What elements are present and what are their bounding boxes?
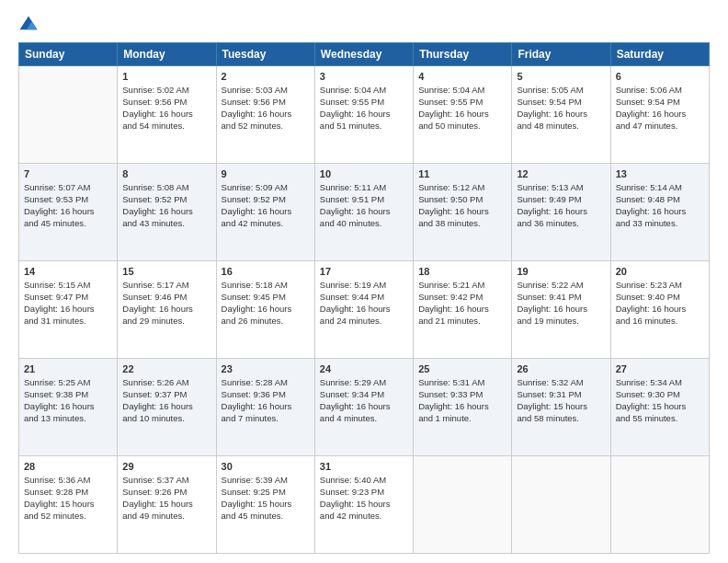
cell-content: 15Sunrise: 5:17 AM Sunset: 9:46 PM Dayli… xyxy=(122,265,210,327)
sun-info: Sunrise: 5:18 AM Sunset: 9:45 PM Dayligh… xyxy=(222,280,310,327)
sun-info: Sunrise: 5:21 AM Sunset: 9:42 PM Dayligh… xyxy=(418,280,506,327)
day-number: 16 xyxy=(222,265,310,279)
sun-info: Sunrise: 5:11 AM Sunset: 9:51 PM Dayligh… xyxy=(320,182,408,229)
sun-info: Sunrise: 5:15 AM Sunset: 9:47 PM Dayligh… xyxy=(24,280,112,327)
sun-info: Sunrise: 5:31 AM Sunset: 9:33 PM Dayligh… xyxy=(418,377,506,424)
calendar-cell: 17Sunrise: 5:19 AM Sunset: 9:44 PM Dayli… xyxy=(314,261,413,359)
day-number: 20 xyxy=(616,265,704,279)
sun-info: Sunrise: 5:14 AM Sunset: 9:48 PM Dayligh… xyxy=(616,182,704,229)
day-number: 27 xyxy=(616,362,704,376)
day-number: 29 xyxy=(122,460,210,474)
sun-info: Sunrise: 5:19 AM Sunset: 9:44 PM Dayligh… xyxy=(320,280,408,327)
calendar-cell: 28Sunrise: 5:36 AM Sunset: 9:28 PM Dayli… xyxy=(19,456,118,554)
logo xyxy=(18,15,42,35)
day-number: 17 xyxy=(320,265,408,279)
calendar-header-row: SundayMondayTuesdayWednesdayThursdayFrid… xyxy=(19,43,710,66)
calendar-cell xyxy=(414,456,512,554)
cell-content: 26Sunrise: 5:32 AM Sunset: 9:31 PM Dayli… xyxy=(517,362,605,425)
calendar-cell: 15Sunrise: 5:17 AM Sunset: 9:46 PM Dayli… xyxy=(118,261,216,359)
cell-content: 18Sunrise: 5:21 AM Sunset: 9:42 PM Dayli… xyxy=(418,265,506,327)
day-number: 23 xyxy=(222,362,310,376)
calendar-cell: 12Sunrise: 5:13 AM Sunset: 9:49 PM Dayli… xyxy=(512,164,610,261)
cell-content: 21Sunrise: 5:25 AM Sunset: 9:38 PM Dayli… xyxy=(24,362,112,425)
calendar-cell: 20Sunrise: 5:23 AM Sunset: 9:40 PM Dayli… xyxy=(610,261,709,359)
sun-info: Sunrise: 5:39 AM Sunset: 9:25 PM Dayligh… xyxy=(222,475,310,522)
weekday-header: Monday xyxy=(118,43,216,66)
weekday-header: Friday xyxy=(512,43,610,66)
page: SundayMondayTuesdayWednesdayThursdayFrid… xyxy=(0,0,728,563)
cell-content: 23Sunrise: 5:28 AM Sunset: 9:36 PM Dayli… xyxy=(222,362,310,425)
calendar-cell: 4Sunrise: 5:04 AM Sunset: 9:55 PM Daylig… xyxy=(414,66,512,164)
calendar-cell: 31Sunrise: 5:40 AM Sunset: 9:23 PM Dayli… xyxy=(314,456,413,554)
day-number: 6 xyxy=(616,70,704,84)
cell-content: 20Sunrise: 5:23 AM Sunset: 9:40 PM Dayli… xyxy=(616,265,704,327)
day-number: 1 xyxy=(122,70,210,84)
sun-info: Sunrise: 5:05 AM Sunset: 9:54 PM Dayligh… xyxy=(517,85,605,132)
day-number: 15 xyxy=(122,265,210,279)
sun-info: Sunrise: 5:25 AM Sunset: 9:38 PM Dayligh… xyxy=(24,377,112,424)
calendar-cell: 2Sunrise: 5:03 AM Sunset: 9:56 PM Daylig… xyxy=(216,66,314,164)
sun-info: Sunrise: 5:06 AM Sunset: 9:54 PM Dayligh… xyxy=(616,85,704,132)
day-number: 19 xyxy=(517,265,605,279)
calendar-cell: 25Sunrise: 5:31 AM Sunset: 9:33 PM Dayli… xyxy=(414,359,512,456)
weekday-header: Saturday xyxy=(610,43,709,66)
day-number: 4 xyxy=(418,70,506,84)
cell-content: 1Sunrise: 5:02 AM Sunset: 9:56 PM Daylig… xyxy=(122,70,210,132)
cell-content: 17Sunrise: 5:19 AM Sunset: 9:44 PM Dayli… xyxy=(320,265,408,327)
sun-info: Sunrise: 5:23 AM Sunset: 9:40 PM Dayligh… xyxy=(616,280,704,327)
weekday-header: Sunday xyxy=(19,43,118,66)
header xyxy=(18,15,710,35)
calendar-cell: 13Sunrise: 5:14 AM Sunset: 9:48 PM Dayli… xyxy=(610,164,709,261)
sun-info: Sunrise: 5:13 AM Sunset: 9:49 PM Dayligh… xyxy=(517,182,605,229)
calendar-cell xyxy=(610,456,709,554)
calendar-week-row: 28Sunrise: 5:36 AM Sunset: 9:28 PM Dayli… xyxy=(19,456,710,554)
calendar-cell: 19Sunrise: 5:22 AM Sunset: 9:41 PM Dayli… xyxy=(512,261,610,359)
calendar-cell: 6Sunrise: 5:06 AM Sunset: 9:54 PM Daylig… xyxy=(610,66,709,164)
sun-info: Sunrise: 5:07 AM Sunset: 9:53 PM Dayligh… xyxy=(24,182,112,229)
sun-info: Sunrise: 5:03 AM Sunset: 9:56 PM Dayligh… xyxy=(222,85,310,132)
sun-info: Sunrise: 5:29 AM Sunset: 9:34 PM Dayligh… xyxy=(320,377,408,424)
cell-content: 22Sunrise: 5:26 AM Sunset: 9:37 PM Dayli… xyxy=(122,362,210,425)
day-number: 22 xyxy=(122,362,210,376)
sun-info: Sunrise: 5:17 AM Sunset: 9:46 PM Dayligh… xyxy=(122,280,210,327)
day-number: 10 xyxy=(320,167,408,181)
day-number: 30 xyxy=(222,460,310,474)
cell-content: 29Sunrise: 5:37 AM Sunset: 9:26 PM Dayli… xyxy=(122,460,210,523)
day-number: 7 xyxy=(24,167,112,181)
calendar-cell: 16Sunrise: 5:18 AM Sunset: 9:45 PM Dayli… xyxy=(216,261,314,359)
sun-info: Sunrise: 5:04 AM Sunset: 9:55 PM Dayligh… xyxy=(418,85,506,132)
calendar-cell: 7Sunrise: 5:07 AM Sunset: 9:53 PM Daylig… xyxy=(19,164,118,261)
cell-content: 4Sunrise: 5:04 AM Sunset: 9:55 PM Daylig… xyxy=(418,70,506,132)
day-number: 9 xyxy=(222,167,310,181)
calendar-cell: 29Sunrise: 5:37 AM Sunset: 9:26 PM Dayli… xyxy=(118,456,216,554)
cell-content: 19Sunrise: 5:22 AM Sunset: 9:41 PM Dayli… xyxy=(517,265,605,327)
cell-content: 11Sunrise: 5:12 AM Sunset: 9:50 PM Dayli… xyxy=(418,167,506,230)
cell-content: 5Sunrise: 5:05 AM Sunset: 9:54 PM Daylig… xyxy=(517,70,605,132)
sun-info: Sunrise: 5:08 AM Sunset: 9:52 PM Dayligh… xyxy=(122,182,210,229)
cell-content: 10Sunrise: 5:11 AM Sunset: 9:51 PM Dayli… xyxy=(320,167,408,230)
calendar-cell: 10Sunrise: 5:11 AM Sunset: 9:51 PM Dayli… xyxy=(314,164,413,261)
day-number: 5 xyxy=(517,70,605,84)
day-number: 11 xyxy=(418,167,506,181)
calendar-cell: 18Sunrise: 5:21 AM Sunset: 9:42 PM Dayli… xyxy=(414,261,512,359)
calendar-cell: 26Sunrise: 5:32 AM Sunset: 9:31 PM Dayli… xyxy=(512,359,610,456)
weekday-header: Thursday xyxy=(414,43,512,66)
calendar-cell: 14Sunrise: 5:15 AM Sunset: 9:47 PM Dayli… xyxy=(19,261,118,359)
calendar-week-row: 1Sunrise: 5:02 AM Sunset: 9:56 PM Daylig… xyxy=(19,66,710,164)
calendar-cell: 22Sunrise: 5:26 AM Sunset: 9:37 PM Dayli… xyxy=(118,359,216,456)
sun-info: Sunrise: 5:36 AM Sunset: 9:28 PM Dayligh… xyxy=(24,475,112,522)
weekday-header: Tuesday xyxy=(216,43,314,66)
cell-content: 13Sunrise: 5:14 AM Sunset: 9:48 PM Dayli… xyxy=(616,167,704,230)
weekday-header: Wednesday xyxy=(314,43,413,66)
day-number: 8 xyxy=(122,167,210,181)
sun-info: Sunrise: 5:40 AM Sunset: 9:23 PM Dayligh… xyxy=(320,475,408,522)
sun-info: Sunrise: 5:02 AM Sunset: 9:56 PM Dayligh… xyxy=(122,85,210,132)
cell-content: 27Sunrise: 5:34 AM Sunset: 9:30 PM Dayli… xyxy=(616,362,704,425)
cell-content: 9Sunrise: 5:09 AM Sunset: 9:52 PM Daylig… xyxy=(222,167,310,230)
cell-content: 30Sunrise: 5:39 AM Sunset: 9:25 PM Dayli… xyxy=(222,460,310,523)
day-number: 13 xyxy=(616,167,704,181)
cell-content: 2Sunrise: 5:03 AM Sunset: 9:56 PM Daylig… xyxy=(222,70,310,132)
calendar-cell: 11Sunrise: 5:12 AM Sunset: 9:50 PM Dayli… xyxy=(414,164,512,261)
cell-content: 28Sunrise: 5:36 AM Sunset: 9:28 PM Dayli… xyxy=(24,460,112,523)
calendar-cell xyxy=(512,456,610,554)
